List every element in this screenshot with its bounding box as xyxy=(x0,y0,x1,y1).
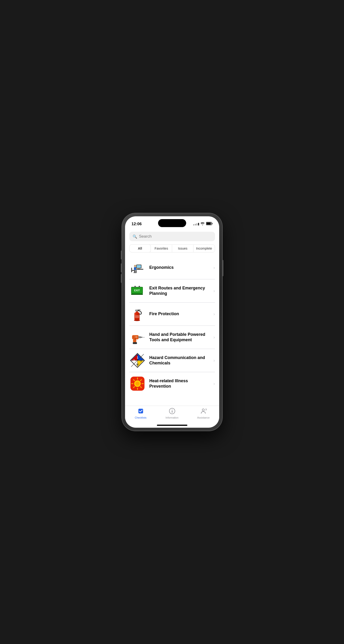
list-item-hand-tools[interactable]: Hand and Portable Powered Tools and Equi… xyxy=(129,326,215,349)
status-icons xyxy=(193,222,213,226)
svg-point-40 xyxy=(135,336,137,338)
search-icon: 🔍 xyxy=(133,234,137,239)
svg-text:1: 1 xyxy=(136,356,138,359)
tab-assistance[interactable]: ? Assistance xyxy=(188,408,219,419)
fire-protection-chevron: › xyxy=(214,312,215,316)
list-item-ergonomics[interactable]: Ergonomics › xyxy=(129,256,215,279)
tab-favorites[interactable]: Favorites xyxy=(151,245,172,252)
checklists-tab-icon xyxy=(137,408,144,415)
svg-point-9 xyxy=(134,265,136,267)
wifi-icon xyxy=(200,222,205,226)
fire-icon xyxy=(129,306,146,322)
search-input[interactable] xyxy=(139,234,212,239)
tab-bar: Checklists Information xyxy=(125,406,219,425)
svg-text:2: 2 xyxy=(133,359,135,362)
svg-rect-21 xyxy=(134,286,136,287)
checklist-list: Ergonomics › EXIT xyxy=(125,256,219,406)
list-item-fire-protection[interactable]: Fire Protection › xyxy=(129,302,215,326)
svg-point-66 xyxy=(135,382,140,386)
search-bar[interactable]: 🔍 xyxy=(129,232,215,241)
svg-rect-27 xyxy=(138,310,140,310)
tab-incomplete[interactable]: Incomplete xyxy=(193,245,215,252)
svg-rect-36 xyxy=(135,338,136,340)
svg-rect-5 xyxy=(137,265,141,268)
ergonomics-icon xyxy=(129,260,146,276)
checklists-tab-label: Checklists xyxy=(135,416,146,419)
svg-rect-24 xyxy=(135,313,136,315)
hazard-icon: 1 4 W 2 xyxy=(129,352,146,369)
exit-routes-chevron: › xyxy=(214,288,215,294)
search-container: 🔍 xyxy=(125,228,219,244)
dynamic-island xyxy=(158,219,186,227)
hazard-comm-chevron: › xyxy=(214,358,215,363)
svg-rect-70 xyxy=(172,410,172,413)
svg-rect-38 xyxy=(133,336,133,339)
svg-text:?: ? xyxy=(205,408,207,412)
svg-rect-13 xyxy=(136,270,136,272)
hand-tools-chevron: › xyxy=(214,335,215,340)
hand-tools-label: Hand and Portable Powered Tools and Equi… xyxy=(149,332,210,343)
tab-issues[interactable]: Issues xyxy=(172,245,193,252)
information-tab-icon xyxy=(169,408,175,415)
svg-text:EXIT: EXIT xyxy=(134,289,140,292)
ergonomics-label: Ergonomics xyxy=(149,265,210,270)
home-indicator xyxy=(157,425,187,426)
tools-icon xyxy=(129,329,146,346)
tab-checklists[interactable]: Checklists xyxy=(125,408,156,419)
list-item-heat-illness[interactable]: Heat-related Illness Prevention › xyxy=(129,372,215,395)
screen-content: 🔍 All Favorites Issues Incomplete xyxy=(125,228,219,428)
svg-rect-34 xyxy=(142,337,145,338)
svg-rect-22 xyxy=(139,286,140,287)
svg-rect-11 xyxy=(136,268,139,269)
svg-rect-7 xyxy=(138,269,140,270)
svg-rect-20 xyxy=(131,294,143,295)
exit-icon: EXIT xyxy=(129,283,146,299)
status-time: 12:06 xyxy=(132,222,142,226)
information-tab-label: Information xyxy=(166,416,178,419)
svg-rect-15 xyxy=(135,272,137,273)
svg-point-69 xyxy=(172,410,172,410)
exit-routes-label: Exit Routes and Emergency Planning xyxy=(149,286,210,296)
heat-illness-label: Heat-related Illness Prevention xyxy=(149,378,210,389)
fire-protection-label: Fire Protection xyxy=(149,311,210,316)
svg-rect-37 xyxy=(133,342,137,344)
svg-rect-2 xyxy=(206,223,211,225)
svg-rect-39 xyxy=(133,336,134,339)
tab-all[interactable]: All xyxy=(129,245,151,252)
battery-icon xyxy=(206,222,213,226)
svg-rect-16 xyxy=(131,270,135,271)
heat-icon xyxy=(129,376,146,392)
filter-tabs: All Favorites Issues Incomplete xyxy=(129,244,215,252)
phone-screen: 12:06 xyxy=(125,216,219,428)
list-item-hazard-comm[interactable]: 1 4 W 2 Hazard Communication and Chemica… xyxy=(129,349,215,372)
ergonomics-chevron: › xyxy=(214,265,215,270)
tab-information[interactable]: Information xyxy=(156,408,188,419)
assistance-tab-icon: ? xyxy=(200,408,207,415)
heat-illness-chevron: › xyxy=(214,381,215,386)
signal-icon xyxy=(193,223,199,226)
list-item-exit-routes[interactable]: EXIT Exit Routes and Emergency Planning … xyxy=(129,279,215,302)
hazard-comm-label: Hazard Communication and Chemicals xyxy=(149,355,210,366)
phone-frame: 12:06 xyxy=(122,213,223,431)
svg-text:W: W xyxy=(136,363,139,366)
assistance-tab-label: Assistance xyxy=(197,416,210,419)
svg-rect-29 xyxy=(135,315,139,318)
svg-rect-1 xyxy=(212,223,212,224)
svg-text:4: 4 xyxy=(140,359,142,362)
svg-point-71 xyxy=(202,409,204,411)
svg-point-30 xyxy=(134,320,140,321)
